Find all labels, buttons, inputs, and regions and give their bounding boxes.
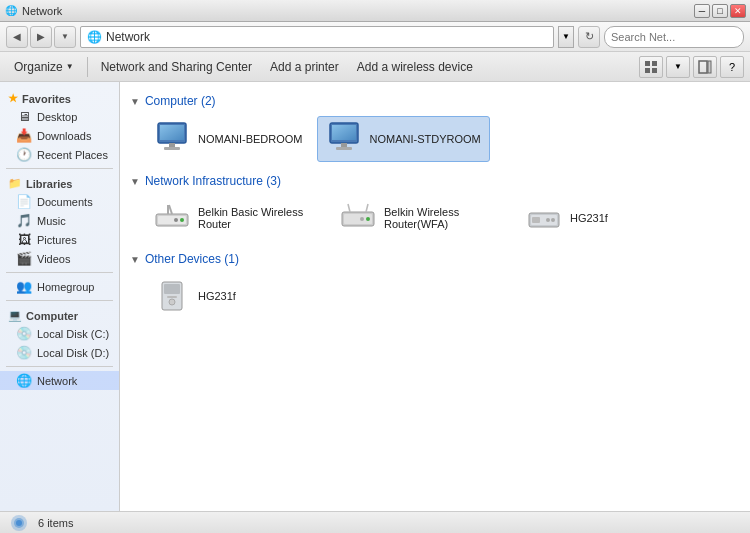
minimize-button[interactable]: ─ (694, 4, 710, 18)
computer-items-row: NOMANI-BEDROOM (130, 116, 740, 162)
sidebar-item-recent-places[interactable]: 🕐 Recent Places (0, 145, 119, 164)
address-bar: ◀ ▶ ▼ 🌐 Network ▼ ↻ 🔍 (0, 22, 750, 52)
search-input[interactable] (611, 31, 749, 43)
organize-dropdown-icon: ▼ (66, 62, 74, 71)
file-item-belkin-basic[interactable]: Belkin Basic Wireless Router (146, 196, 326, 240)
sidebar-favorites-title: ★ Favorites (0, 88, 119, 107)
svg-rect-8 (160, 125, 184, 140)
close-button[interactable]: ✕ (730, 4, 746, 18)
sidebar-item-network[interactable]: 🌐 Network (0, 371, 119, 390)
svg-rect-3 (652, 68, 657, 73)
svg-point-19 (174, 218, 178, 222)
back-button[interactable]: ◀ (6, 26, 28, 48)
sidebar-section-libraries: 📁 Libraries 📄 Documents 🎵 Music 🖼 Pictur… (0, 173, 119, 268)
window-controls: ─ □ ✕ (694, 4, 746, 18)
svg-point-31 (546, 218, 550, 222)
nomani-stdyroom-label: NOMANI-STDYROOM (370, 133, 481, 145)
sidebar-divider-2 (6, 272, 113, 273)
file-item-hg231f-other[interactable]: HG231f (146, 274, 286, 318)
belkin-basic-icon (154, 200, 190, 236)
sidebar-computer-title: 💻 Computer (0, 305, 119, 324)
help-button[interactable]: ? (720, 56, 744, 78)
sidebar-libraries-title: 📁 Libraries (0, 173, 119, 192)
title-bar: 🌐 Network ─ □ ✕ (0, 0, 750, 22)
svg-point-24 (366, 217, 370, 221)
belkin-wfa-label: Belkin Wireless Router(WFA) (384, 206, 504, 230)
address-dropdown-button[interactable]: ▼ (558, 26, 574, 48)
address-icon: 🌐 (87, 30, 102, 44)
homegroup-icon: 👥 (16, 279, 32, 294)
sidebar-item-documents[interactable]: 📄 Documents (0, 192, 119, 211)
nav-buttons: ◀ ▶ ▼ (6, 26, 76, 48)
music-icon: 🎵 (16, 213, 32, 228)
sidebar-item-desktop[interactable]: 🖥 Desktop (0, 107, 119, 126)
computer-section-title[interactable]: Computer (2) (145, 94, 216, 108)
svg-rect-15 (336, 147, 352, 150)
svg-rect-0 (645, 61, 650, 66)
dropdown-recent-button[interactable]: ▼ (54, 26, 76, 48)
svg-rect-36 (167, 296, 177, 298)
file-item-hg231f-router[interactable]: HG231f (518, 196, 658, 240)
router-svg-icon (154, 200, 190, 236)
svg-point-30 (551, 218, 555, 222)
computer-icon: 💻 (8, 309, 22, 322)
svg-rect-4 (699, 61, 707, 73)
view-options-button[interactable] (639, 56, 663, 78)
refresh-button[interactable]: ↻ (578, 26, 600, 48)
network-infra-section-header: ▼ Network Infrastructure (3) (130, 174, 740, 188)
computer-section-arrow[interactable]: ▼ (130, 96, 140, 107)
svg-rect-34 (164, 284, 180, 294)
svg-rect-32 (532, 217, 540, 223)
sidebar-item-local-disk-c[interactable]: 💿 Local Disk (C:) (0, 324, 119, 343)
preview-pane-button[interactable] (693, 56, 717, 78)
add-wireless-button[interactable]: Add a wireless device (349, 55, 481, 79)
computer-section-header: ▼ Computer (2) (130, 94, 740, 108)
other-devices-section-arrow[interactable]: ▼ (130, 254, 140, 265)
svg-rect-13 (332, 125, 356, 140)
file-item-nomani-stdyroom[interactable]: NOMANI-STDYROOM (317, 116, 490, 162)
address-field[interactable]: 🌐 Network (80, 26, 554, 48)
search-box[interactable]: 🔍 (604, 26, 744, 48)
sidebar-divider-1 (6, 168, 113, 169)
sidebar-section-homegroup: 👥 Homegroup (0, 277, 119, 296)
svg-point-18 (180, 218, 184, 222)
organize-button[interactable]: Organize ▼ (6, 55, 82, 79)
svg-rect-9 (169, 143, 175, 147)
svg-point-25 (360, 217, 364, 221)
libraries-folder-icon: 📁 (8, 177, 22, 190)
title-bar-left: 🌐 Network (4, 4, 62, 18)
hg231f-other-icon (154, 278, 190, 314)
main-content: ★ Favorites 🖥 Desktop 📥 Downloads 🕐 Rece… (0, 82, 750, 511)
modem-svg-icon (526, 200, 562, 236)
belkin-wfa-icon (340, 200, 376, 236)
nomani-stdyroom-icon (326, 121, 362, 157)
add-printer-button[interactable]: Add a printer (262, 55, 347, 79)
file-item-nomani-bedroom[interactable]: NOMANI-BEDROOM (146, 116, 311, 162)
svg-rect-5 (708, 61, 711, 73)
sidebar-section-favorites: ★ Favorites 🖥 Desktop 📥 Downloads 🕐 Rece… (0, 88, 119, 164)
computer-svg-icon2 (326, 121, 362, 157)
maximize-button[interactable]: □ (712, 4, 728, 18)
sidebar-item-pictures[interactable]: 🖼 Pictures (0, 230, 119, 249)
other-devices-section-title[interactable]: Other Devices (1) (145, 252, 239, 266)
view-dropdown-button[interactable]: ▼ (666, 56, 690, 78)
network-infra-section-title[interactable]: Network Infrastructure (3) (145, 174, 281, 188)
svg-line-26 (348, 204, 350, 212)
preview-pane-icon (698, 60, 712, 74)
forward-button[interactable]: ▶ (30, 26, 52, 48)
sidebar-item-videos[interactable]: 🎬 Videos (0, 249, 119, 268)
network-infra-items-row: Belkin Basic Wireless Router Belkin Wire… (130, 196, 740, 240)
toolbar: Organize ▼ Network and Sharing Center Ad… (0, 52, 750, 82)
network-infra-section-arrow[interactable]: ▼ (130, 176, 140, 187)
downloads-icon: 📥 (16, 128, 32, 143)
file-item-belkin-wfa[interactable]: Belkin Wireless Router(WFA) (332, 196, 512, 240)
sidebar-item-music[interactable]: 🎵 Music (0, 211, 119, 230)
sidebar-item-downloads[interactable]: 📥 Downloads (0, 126, 119, 145)
sidebar-section-computer: 💻 Computer 💿 Local Disk (C:) 💿 Local Dis… (0, 305, 119, 362)
sidebar: ★ Favorites 🖥 Desktop 📥 Downloads 🕐 Rece… (0, 82, 120, 511)
network-sharing-button[interactable]: Network and Sharing Center (93, 55, 260, 79)
network-icon: 🌐 (16, 373, 32, 388)
sidebar-item-homegroup[interactable]: 👥 Homegroup (0, 277, 119, 296)
hg231f-other-label: HG231f (198, 290, 236, 302)
sidebar-item-local-disk-d[interactable]: 💿 Local Disk (D:) (0, 343, 119, 362)
